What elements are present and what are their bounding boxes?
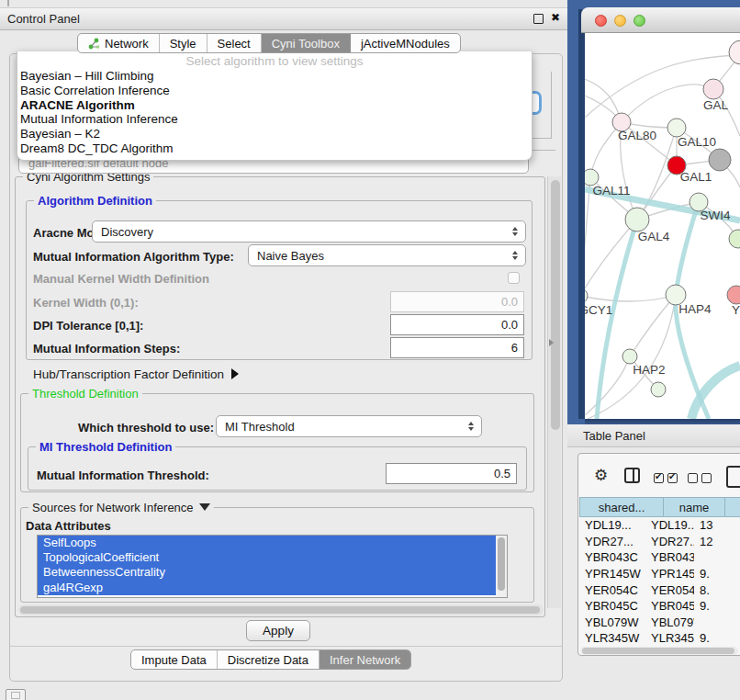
column-header[interactable]: A bbox=[725, 497, 740, 517]
tab-impute-data[interactable]: Impute Data bbox=[131, 650, 218, 669]
which-threshold-combo[interactable]: MI Threshold bbox=[216, 415, 482, 437]
table-cell: YBR043C bbox=[645, 550, 694, 564]
float-window-icon[interactable] bbox=[533, 14, 544, 24]
table-panel-titlebar: Table Panel bbox=[567, 424, 740, 447]
algorithm-option[interactable]: Bayesian – Hill Climbing bbox=[17, 69, 532, 84]
column-header[interactable]: name bbox=[664, 497, 725, 517]
network-node[interactable] bbox=[709, 149, 731, 171]
node-label: GAL80 bbox=[618, 129, 656, 142]
dock-icon[interactable] bbox=[6, 689, 26, 700]
clear-all-checks-icon[interactable] bbox=[688, 470, 715, 487]
gear-icon[interactable]: ⚙ bbox=[594, 468, 608, 483]
tab-select[interactable]: Select bbox=[207, 34, 262, 52]
list-item[interactable]: SelfLoops bbox=[38, 536, 507, 550]
table-row[interactable]: YBR043CYBR043C bbox=[579, 549, 740, 566]
settings-vertical-scrollbar[interactable] bbox=[547, 176, 561, 608]
tab-jactivemnodules[interactable]: jActiveMNodules bbox=[351, 34, 460, 52]
table-row[interactable]: YBR045CYBR045C9. bbox=[579, 598, 740, 615]
node-label: SWI4 bbox=[700, 209, 730, 222]
algorithm-dropdown-list: Select algorithm to view settings Bayesi… bbox=[17, 51, 533, 161]
export-table-icon[interactable] bbox=[726, 466, 740, 488]
table-row[interactable]: YER054CYER054C8. bbox=[579, 581, 740, 598]
table-cell: YER054C bbox=[579, 583, 645, 597]
algorithm-option[interactable]: Mutual Information Inference bbox=[17, 112, 532, 127]
tab-discretize-data[interactable]: Discretize Data bbox=[218, 650, 320, 669]
list-item[interactable]: TopologicalCoefficient bbox=[38, 550, 507, 565]
table-row[interactable]: YDR27...YDR27...12 bbox=[579, 534, 740, 550]
tab-cyni-toolbox[interactable]: Cyni Toolbox bbox=[262, 34, 351, 52]
network-window-titlebar[interactable] bbox=[581, 7, 740, 33]
column-header[interactable]: shared... bbox=[579, 497, 664, 517]
node-label: Y bbox=[732, 303, 740, 317]
aracne-mode-combo[interactable]: Discovery bbox=[92, 220, 526, 243]
network-node-gal[interactable] bbox=[703, 79, 723, 99]
data-attributes-list[interactable]: SelfLoops TopologicalCoefficient Between… bbox=[37, 535, 508, 598]
table-row[interactable]: YDL19...YDL19...13 bbox=[579, 517, 740, 534]
sources-title[interactable]: Sources for Network Inference bbox=[28, 501, 214, 514]
network-view-canvas[interactable]: GALGAL80GAL10GAL1GAL11GAL4SWI4GCY1HAP4YH… bbox=[585, 33, 740, 419]
table-row[interactable]: YLR345WYLR345W9. bbox=[579, 630, 740, 647]
mi-steps-label: Mutual Information Steps: bbox=[33, 342, 180, 356]
select-all-checks-icon[interactable] bbox=[654, 470, 681, 487]
hidden-groupbox-edge bbox=[551, 72, 552, 138]
network-node[interactable] bbox=[651, 382, 666, 397]
settings-horizontal-scrollbar[interactable] bbox=[18, 604, 544, 615]
table-cell: YDL19... bbox=[579, 518, 645, 532]
algorithm-option[interactable]: Bayesian – K2 bbox=[17, 127, 532, 141]
table-cell: 12 bbox=[694, 535, 740, 548]
table-cell: 9. bbox=[694, 567, 740, 581]
algorithm-option[interactable]: Basic Correlation Inference bbox=[17, 84, 532, 98]
mi-threshold-input[interactable]: 0.5 bbox=[386, 463, 517, 484]
table-row[interactable]: YBL079WYBL079W bbox=[579, 615, 740, 631]
apply-button[interactable]: Apply bbox=[246, 620, 310, 641]
kernel-width-input[interactable]: 0.0 bbox=[390, 291, 524, 312]
network-node-y[interactable] bbox=[727, 286, 740, 304]
table-row[interactable]: YPR145WYPR145W9. bbox=[579, 566, 740, 582]
network-graph: GALGAL80GAL10GAL1GAL11GAL4SWI4GCY1HAP4YH… bbox=[585, 33, 740, 419]
mi-steps-input[interactable]: 6 bbox=[390, 337, 524, 358]
mi-type-combo[interactable]: Naive Bayes bbox=[248, 244, 526, 266]
node-label: GAL bbox=[703, 98, 729, 112]
table-cell: YDL19... bbox=[645, 518, 694, 532]
network-edge bbox=[585, 295, 676, 301]
mi-threshold-label: Mutual Information Threshold: bbox=[37, 469, 209, 482]
mac-minimize-button[interactable] bbox=[614, 15, 626, 27]
table-cell: YBR045C bbox=[645, 599, 694, 613]
tab-style[interactable]: Style bbox=[160, 34, 207, 52]
tab-infer-network[interactable]: Infer Network bbox=[320, 650, 410, 669]
columns-icon[interactable] bbox=[624, 468, 640, 483]
network-node-hap2[interactable] bbox=[622, 349, 637, 364]
manual-kernel-checkbox[interactable] bbox=[508, 272, 520, 284]
split-divider-grip[interactable] bbox=[549, 339, 554, 346]
network-node-gal4[interactable] bbox=[625, 208, 649, 231]
close-icon[interactable]: ✖ bbox=[551, 11, 560, 24]
table-header-row: shared... name A bbox=[579, 497, 740, 517]
node-label: GAL4 bbox=[638, 230, 670, 243]
node-label: HAP4 bbox=[678, 302, 712, 316]
network-node-gal10[interactable] bbox=[667, 119, 686, 137]
tab-network[interactable]: Network bbox=[78, 34, 160, 52]
table-cell: YDR27... bbox=[579, 535, 645, 548]
dpi-tolerance-label: DPI Tolerance [0,1]: bbox=[33, 319, 143, 333]
list-item[interactable]: BetweennessCentrality bbox=[38, 565, 507, 580]
network-node[interactable] bbox=[729, 40, 740, 64]
algorithm-option-selected[interactable]: ARACNE Algorithm bbox=[17, 98, 532, 113]
network-node[interactable] bbox=[729, 230, 740, 248]
list-item[interactable]: gal4RGexp bbox=[38, 581, 507, 595]
mac-close-button[interactable] bbox=[595, 15, 607, 27]
algorithm-option[interactable]: Dream8 DC_TDC Algorithm bbox=[17, 141, 532, 156]
dpi-tolerance-input[interactable]: 0.0 bbox=[390, 314, 524, 335]
which-threshold-label: Which threshold to use: bbox=[78, 421, 214, 435]
table-cell: YPR145W bbox=[645, 567, 694, 581]
mi-type-label: Mutual Information Algorithm Type: bbox=[33, 250, 234, 264]
hub-section-toggle[interactable]: Hub/Transcription Factor Definition bbox=[33, 367, 239, 381]
node-label: GCY1 bbox=[585, 303, 612, 317]
hidden-groupbox-top2 bbox=[533, 150, 555, 151]
table-cell: 9. bbox=[694, 599, 740, 613]
list-scrollbar[interactable] bbox=[496, 536, 507, 597]
network-node-gcy1[interactable] bbox=[585, 288, 588, 303]
network-edge bbox=[597, 220, 637, 419]
table-horizontal-scrollbar[interactable] bbox=[580, 647, 738, 655]
mac-zoom-button[interactable] bbox=[633, 15, 645, 27]
panel-divider bbox=[10, 646, 562, 647]
